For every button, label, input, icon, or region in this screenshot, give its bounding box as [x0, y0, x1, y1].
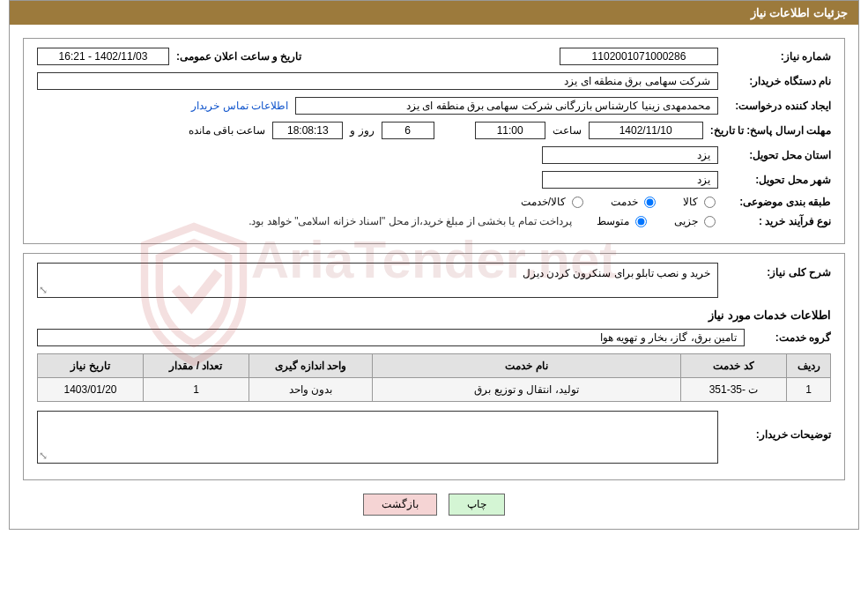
radio-goods-group: کالا: [683, 196, 718, 208]
buyer-notes-textarea[interactable]: ⤡: [37, 411, 718, 464]
row-general-desc: شرح کلی نیاز: خرید و نصب تابلو برای سنکر…: [37, 263, 831, 298]
days-remaining-value: 6: [382, 122, 434, 139]
countdown-value: 18:08:13: [272, 122, 343, 139]
row-buyer-org: نام دستگاه خریدار: شرکت سهامی برق منطقه …: [37, 72, 831, 90]
need-number-label: شماره نیاز:: [725, 50, 831, 63]
row-deadline: مهلت ارسال پاسخ: تا تاریخ: 1402/11/10 سا…: [37, 122, 831, 139]
radio-service-label: خدمت: [611, 196, 638, 208]
cell-unit: بدون واحد: [249, 378, 373, 402]
days-label: روز و: [350, 124, 374, 137]
announce-date-value: 1402/11/03 - 16:21: [37, 48, 169, 65]
radio-service-group: خدمت: [611, 196, 658, 208]
services-table: ردیف کد خدمت نام خدمت واحد اندازه گیری ت…: [37, 353, 831, 402]
row-province: استان محل تحویل: یزد: [37, 146, 831, 164]
contact-buyer-link[interactable]: اطلاعات تماس خریدار: [191, 100, 288, 112]
topic-class-label: طبقه بندی موضوعی:: [725, 196, 831, 208]
buyer-notes-label: توضیحات خریدار:: [725, 411, 831, 441]
page-header: جزئیات اطلاعات نیاز: [10, 1, 858, 25]
table-header-row: ردیف کد خدمت نام خدمت واحد اندازه گیری ت…: [38, 354, 831, 378]
remaining-label: ساعت باقی مانده: [189, 124, 266, 137]
main-form-section: شماره نیاز: 1102001071000286 تاریخ و ساع…: [23, 38, 845, 244]
province-label: استان محل تحویل:: [725, 149, 831, 161]
back-button[interactable]: بازگشت: [363, 494, 437, 516]
radio-medium-label: متوسط: [597, 215, 629, 227]
cell-date: 1403/01/20: [38, 378, 144, 402]
row-buyer-notes: توضیحات خریدار: ⤡: [37, 411, 831, 464]
buyer-org-value: شرکت سهامی برق منطقه ای یزد: [37, 72, 718, 90]
radio-goods[interactable]: [704, 197, 716, 208]
outer-container: جزئیات اطلاعات نیاز شماره نیاز: 11020010…: [9, 0, 859, 530]
radio-minor-label: جزیی: [674, 215, 698, 227]
deadline-time-value: 11:00: [475, 122, 545, 139]
print-button[interactable]: چاپ: [449, 494, 505, 516]
services-section: شرح کلی نیاز: خرید و نصب تابلو برای سنکر…: [23, 253, 845, 480]
th-qty: تعداد / مقدار: [144, 354, 249, 378]
general-desc-text: خرید و نصب تابلو برای سنکرون کردن دیزل: [523, 267, 710, 279]
th-code: کد خدمت: [681, 354, 787, 378]
th-row: ردیف: [787, 354, 831, 378]
radio-minor[interactable]: [704, 216, 716, 227]
th-unit: واحد اندازه گیری: [249, 354, 373, 378]
radio-service[interactable]: [644, 197, 656, 208]
cell-name: تولید، انتقال و توزیع برق: [373, 378, 681, 402]
row-purchase-type: نوع فرآیند خرید : جزیی متوسط پرداخت تمام…: [37, 215, 831, 227]
th-date: تاریخ نیاز: [38, 354, 144, 378]
row-service-group: گروه خدمت: تامین برق، گاز، بخار و تهویه …: [37, 329, 831, 346]
row-need-number: شماره نیاز: 1102001071000286 تاریخ و ساع…: [37, 48, 831, 65]
purchase-type-label: نوع فرآیند خرید :: [725, 215, 831, 227]
row-requester: ایجاد کننده درخواست: محمدمهدی زینیا کارش…: [37, 97, 831, 115]
general-desc-textarea[interactable]: خرید و نصب تابلو برای سنکرون کردن دیزل ⤡: [37, 263, 718, 298]
radio-medium[interactable]: [635, 216, 647, 227]
radio-goods-label: کالا: [683, 196, 698, 208]
radio-goods-service[interactable]: [572, 197, 583, 208]
resize-handle-icon[interactable]: ⤡: [39, 449, 48, 462]
services-info-title: اطلاعات خدمات مورد نیاز: [37, 308, 831, 322]
resize-handle-icon[interactable]: ⤡: [39, 284, 48, 296]
cell-code: ت -35-351: [681, 378, 787, 402]
radio-medium-group: متوسط: [597, 215, 649, 227]
row-city: شهر محل تحویل: یزد: [37, 171, 831, 189]
time-label: ساعت: [553, 124, 582, 137]
radio-minor-group: جزیی: [674, 215, 718, 227]
buyer-org-label: نام دستگاه خریدار:: [725, 75, 831, 87]
announce-date-label: تاریخ و ساعت اعلان عمومی:: [176, 50, 301, 63]
cell-qty: 1: [144, 378, 249, 402]
deadline-label: مهلت ارسال پاسخ: تا تاریخ:: [710, 124, 831, 137]
radio-goods-service-group: کالا/خدمت: [521, 196, 586, 208]
table-row: 1 ت -35-351 تولید، انتقال و توزیع برق بد…: [38, 378, 831, 402]
row-topic-class: طبقه بندی موضوعی: کالا خدمت کالا/خدمت: [37, 196, 831, 208]
requester-value: محمدمهدی زینیا کارشناس بازرگانی شرکت سها…: [295, 97, 718, 115]
button-row: چاپ بازگشت: [10, 494, 858, 516]
radio-goods-service-label: کالا/خدمت: [521, 196, 566, 208]
city-value: یزد: [542, 171, 718, 189]
need-number-value: 1102001071000286: [560, 48, 718, 65]
deadline-date-value: 1402/11/10: [589, 122, 703, 139]
city-label: شهر محل تحویل:: [725, 174, 831, 186]
requester-label: ایجاد کننده درخواست:: [725, 100, 831, 112]
payment-note: پرداخت تمام یا بخشی از مبلغ خرید،از محل …: [249, 215, 572, 227]
service-group-value: تامین برق، گاز، بخار و تهویه هوا: [37, 329, 745, 346]
service-group-label: گروه خدمت:: [752, 331, 831, 344]
province-value: یزد: [542, 146, 718, 164]
general-desc-label: شرح کلی نیاز:: [725, 263, 831, 279]
th-name: نام خدمت: [373, 354, 681, 378]
cell-num: 1: [787, 378, 831, 402]
